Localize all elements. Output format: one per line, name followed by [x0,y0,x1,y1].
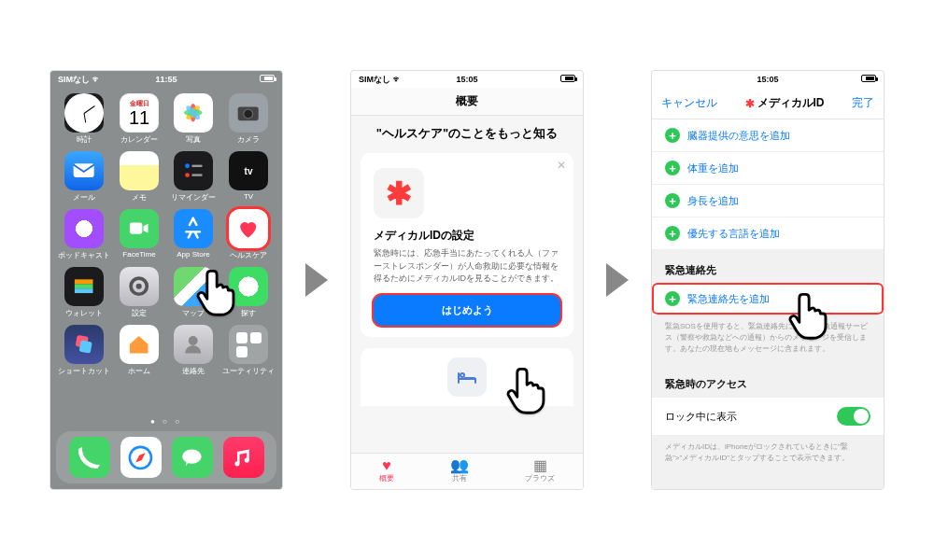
svg-rect-6 [74,164,94,178]
row-show-when-locked: ロック中に表示 [652,397,884,436]
get-started-button[interactable]: はじめよう [374,295,560,326]
sleep-card-preview [361,348,573,406]
mail-icon [70,157,97,184]
phone-screen-1-home: SIMなし ᯤ 11:55 時計 金曜日11カレンダー 写真 カメラ メール メ… [50,70,283,490]
section-emergency-access: 緊急時のアクセス [652,364,884,397]
page-title: 概要 [351,88,583,116]
app-clock[interactable]: 時計 [58,93,110,149]
dock [56,431,276,483]
bed-icon [447,357,487,397]
status-bar: SIMなし ᯤ 11:55 [50,71,282,88]
toggle-label: ロック中に表示 [665,410,737,424]
tab-summary[interactable]: ♥概要 [379,458,394,483]
toggle-switch[interactable] [837,407,870,426]
status-bar: 15:05 [652,71,884,88]
row-weight[interactable]: +体重を追加 [652,152,884,185]
plus-icon: + [665,226,680,241]
row-organ-donation[interactable]: +臓器提供の意思を追加 [652,119,884,152]
app-notes[interactable]: メモ [114,151,164,207]
people-icon: 👥 [450,458,469,473]
facetime-icon [125,215,152,242]
app-camera[interactable]: カメラ [222,93,275,149]
battery-icon [260,75,275,82]
heart-icon [234,215,262,242]
app-settings[interactable]: 設定 [114,267,164,323]
app-podcasts[interactable]: ポッドキャスト [58,209,110,265]
plus-icon: + [665,291,680,306]
wallet-icon [70,273,97,300]
tab-bar: ♥概要 👥共有 ▦ブラウズ [351,453,583,489]
heart-icon: ♥ [382,458,391,473]
svg-rect-14 [75,288,93,293]
svg-point-19 [189,336,198,345]
photos-icon [179,99,206,126]
lock-help-text: メディカルIDは、iPhoneがロックされているときに"緊急">"メディカルID… [652,436,884,473]
plus-icon: + [665,128,680,143]
status-time: 15:05 [652,75,884,84]
app-utilities-folder[interactable]: ユーティリティ [222,325,275,381]
home-icon [125,330,152,357]
app-maps[interactable]: マップ [168,267,219,323]
svg-rect-9 [192,165,203,167]
page-dots[interactable]: ● ○ ○ [50,413,282,431]
row-language[interactable]: +優先する言語を追加 [652,217,884,250]
app-home[interactable]: ホーム [114,325,164,381]
card-heading: メディカルIDの設定 [374,228,560,244]
svg-rect-11 [130,223,142,234]
app-calendar[interactable]: 金曜日11カレンダー [114,93,164,149]
section-emergency-contacts: 緊急連絡先 [652,250,884,283]
app-mail[interactable]: メール [58,151,110,207]
svg-rect-13 [75,285,93,289]
dock-safari[interactable] [120,437,162,478]
plus-icon: + [665,161,680,175]
battery-icon [560,75,575,82]
phone-icon [75,443,104,472]
dock-music[interactable] [223,437,264,478]
dock-messages[interactable] [172,437,213,478]
app-photos[interactable]: 写真 [168,93,219,149]
music-icon [229,443,258,472]
cancel-button[interactable]: キャンセル [661,95,717,111]
gear-icon [125,273,152,300]
add-items-list: +臓器提供の意思を追加 +体重を追加 +身長を追加 +優先する言語を追加 [652,119,884,250]
step-arrow-icon [305,263,328,297]
row-height[interactable]: +身長を追加 [652,185,884,217]
tab-share[interactable]: 👥共有 [450,458,469,483]
emergency-help-text: 緊急SOSを使用すると、緊急連絡先に対して緊急通報サービス（警察や救急などへの通… [652,315,884,364]
status-bar: SIMなし ᯤ 15:05 [351,71,583,88]
app-appstore[interactable]: App Store [168,209,219,265]
app-contacts[interactable]: 連絡先 [168,325,219,381]
status-time: 15:05 [351,75,583,84]
app-reminders[interactable]: リマインダー [168,151,219,207]
dock-phone[interactable] [69,437,110,478]
svg-rect-18 [79,341,92,354]
app-tv[interactable]: tvTV [222,151,275,207]
phone-screen-2-health: SIMなし ᯤ 15:05 概要 "ヘルスケア"のことをもっと知る ✕ ✱ メデ… [350,70,584,490]
asterisk-icon: ✱ [374,168,424,218]
nav-bar: キャンセル ✱メディカルID 完了 [652,88,884,119]
messages-icon [177,443,206,472]
row-add-emergency-contact[interactable]: +緊急連絡先を追加 [652,283,884,315]
reminders-icon [179,157,206,184]
card-body: 緊急時には、応急手当にあたってくれる人（ファーストレスポンダー）が人命救助に必要… [374,247,560,286]
app-wallet[interactable]: ウォレット [58,267,110,323]
svg-point-7 [185,164,190,169]
done-button[interactable]: 完了 [852,95,874,111]
asterisk-icon: ✱ [745,97,755,110]
status-time: 11:55 [50,75,282,84]
app-facetime[interactable]: FaceTime [114,209,164,265]
app-findmy[interactable]: 探す [222,267,275,323]
close-icon[interactable]: ✕ [557,159,566,172]
appstore-icon [179,215,206,242]
medical-id-card: ✕ ✱ メディカルIDの設定 緊急時には、応急手当にあたってくれる人（ファースト… [361,153,573,337]
app-shortcuts[interactable]: ショートカット [58,325,110,381]
phone-screen-3-medical-id: 15:05 キャンセル ✱メディカルID 完了 +臓器提供の意思を追加 +体重を… [651,70,884,490]
hero-heading: "ヘルスケア"のことをもっと知る [351,116,583,147]
battery-icon [861,75,876,82]
tab-browse[interactable]: ▦ブラウズ [525,458,555,483]
svg-point-16 [136,284,142,289]
camera-icon [234,99,262,126]
svg-point-5 [244,109,253,119]
grid-icon: ▦ [533,458,547,473]
app-health[interactable]: ヘルスケア [222,209,275,265]
